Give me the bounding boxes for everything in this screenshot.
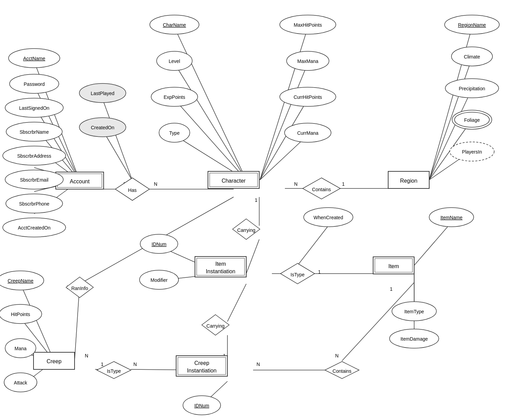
maxmana-label: MaxMana <box>297 58 318 64</box>
sbscrbrname-label: SbscrbrName <box>19 129 49 135</box>
svg-text:1: 1 <box>342 181 345 187</box>
carrying1-label: Carrying <box>237 227 255 233</box>
svg-text:N: N <box>154 181 157 187</box>
has-label: Has <box>128 187 137 193</box>
creep-entity-label: Creep <box>47 358 62 364</box>
istype1-label: IsType <box>290 272 304 277</box>
attack-label: Attack <box>14 380 28 385</box>
idnum2-label: IDNum <box>194 403 209 408</box>
item-instantiation-entity-label: Item <box>215 261 226 267</box>
creepname-label: CreepName <box>8 278 34 284</box>
currmana-label: CurrMana <box>297 130 318 136</box>
svg-line-5 <box>246 239 259 274</box>
itemdamage-label: ItemDamage <box>400 336 428 342</box>
svg-text:N: N <box>133 362 137 367</box>
creep-instantiation-entity-label: Creep <box>194 360 209 366</box>
svg-text:1: 1 <box>318 269 321 275</box>
regionname-label: RegionName <box>458 22 486 28</box>
exppoints-label: ExpPoints <box>163 94 185 100</box>
acctcreatedon-label: AcctCreatedOn <box>18 225 51 231</box>
svg-line-15 <box>342 283 414 361</box>
whencreated-label: WhenCreated <box>314 215 343 220</box>
account-entity-label: Account <box>70 179 90 184</box>
contains1-label: Contains <box>312 187 331 192</box>
svg-text:N: N <box>294 181 298 187</box>
carrying2-label: Carrying <box>207 323 225 329</box>
svg-line-8 <box>227 284 246 321</box>
charname-label: CharName <box>163 22 186 28</box>
svg-line-42 <box>298 226 328 265</box>
currhitpoints-label: CurrHitPoints <box>293 94 322 100</box>
sbscrbraddress-label: SbscrbrAddress <box>17 153 51 159</box>
modifier-label: Modifier <box>150 277 168 283</box>
mana-label: Mana <box>14 346 26 351</box>
lastsignedon-label: LastSignedOn <box>19 105 50 111</box>
svg-text:1: 1 <box>390 286 393 292</box>
svg-line-33 <box>103 130 132 181</box>
svg-text:Instantiation: Instantiation <box>187 368 216 373</box>
item-entity-label: Item <box>388 263 399 269</box>
maxhitpoints-label: MaxHitPoints <box>294 22 322 28</box>
contains2-label: Contains <box>332 368 351 374</box>
idnum-label: IDNum <box>152 241 167 247</box>
sbscrbrphone-label: SbscrbrPhone <box>19 201 50 207</box>
region-entity-label: Region <box>400 178 418 184</box>
itemtype-label: ItemType <box>404 309 424 314</box>
hitpoints-label: HitPoints <box>11 312 30 317</box>
er-diagram: text { font-family: Arial, sans-serif; }… <box>0 0 513 420</box>
svg-text:N: N <box>335 353 339 358</box>
lastplayed-label: LastPlayed <box>91 91 114 96</box>
level-label: Level <box>169 58 180 64</box>
itemname-label: ItemName <box>440 215 463 220</box>
acctname-label: AcctName <box>23 56 45 61</box>
sbscrberemail-label: SbscrbrEmail <box>20 177 48 183</box>
createdon-label: CreatedOn <box>91 125 114 130</box>
climate-label: Climate <box>464 54 480 60</box>
svg-line-32 <box>103 99 132 181</box>
svg-text:1: 1 <box>255 197 258 203</box>
svg-text:1: 1 <box>101 362 104 367</box>
istype2-label: IsType <box>107 368 121 374</box>
raninfo-label: RanInfo <box>71 286 88 291</box>
svg-line-36 <box>429 89 472 180</box>
svg-line-29 <box>260 63 308 180</box>
svg-text:Instantiation: Instantiation <box>206 268 235 274</box>
character-entity-label: Character <box>222 178 246 184</box>
svg-text:N: N <box>85 353 88 358</box>
svg-line-39 <box>414 222 451 265</box>
precipitation-label: Precipitation <box>459 86 485 91</box>
svg-text:N: N <box>256 362 260 367</box>
svg-line-25 <box>174 63 246 180</box>
password-label: Password <box>24 81 44 87</box>
foliage-label: Foliage <box>464 117 480 123</box>
playersin-label: PlayersIn <box>462 149 482 155</box>
type-label: Type <box>169 130 180 136</box>
